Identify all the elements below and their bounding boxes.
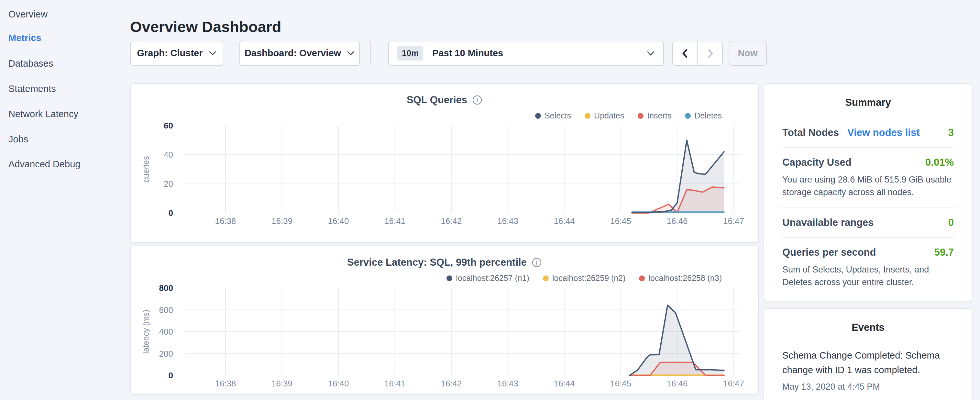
y-axis-title: queries <box>142 156 150 183</box>
chart-title: SQL Queries i <box>131 94 758 106</box>
y-tick-label: 20 <box>164 179 173 189</box>
summary-row-label: Unavailable ranges <box>782 217 874 228</box>
legend-label: localhost:26257 (n1) <box>456 274 529 283</box>
y-tick-label: 0 <box>169 371 173 380</box>
time-range-badge: 10m <box>397 46 423 61</box>
sidebar-item-network-latency[interactable]: Network Latency <box>8 109 78 120</box>
chart-legend: localhost:26257 (n1)localhost:26259 (n2)… <box>447 274 722 283</box>
x-tick-label: 16:45 <box>610 216 631 226</box>
svg-text:i: i <box>476 97 478 104</box>
summary-row-value: 3 <box>948 127 954 139</box>
events-panel: Events Schema Change Completed: Schema c… <box>764 308 972 400</box>
graph-scope-dropdown[interactable]: Graph: Cluster <box>130 41 223 66</box>
summary-heading: Summary <box>764 84 972 108</box>
summary-row-value: 59.7 <box>934 247 954 258</box>
next-timeframe-button[interactable] <box>697 41 722 65</box>
summary-row-description: Sum of Selects, Updates, Inserts, and De… <box>782 263 954 288</box>
x-tick-label: 16:40 <box>328 379 349 388</box>
x-tick-label: 16:43 <box>497 216 518 226</box>
legend-item: Inserts <box>638 111 671 120</box>
x-tick-label: 16:47 <box>723 379 744 388</box>
y-tick-label: 800 <box>159 283 173 293</box>
chevron-right-icon <box>706 48 715 59</box>
y-tick-label: 60 <box>164 121 173 131</box>
sidebar-item-jobs[interactable]: Jobs <box>8 134 28 145</box>
view-nodes-list-link[interactable]: View nodes list <box>847 127 920 139</box>
x-tick-label: 16:41 <box>384 216 406 226</box>
summary-row-total-nodes: Total Nodes View nodes list 3 <box>782 118 954 148</box>
summary-row-value: 0.01% <box>925 157 954 168</box>
sql-queries-chart-card: SQL Queries i SelectsUpdatesInsertsDelet… <box>130 83 759 243</box>
service-latency-chart[interactable]: 16:3816:3916:4016:4116:4216:4316:4416:45… <box>136 282 754 389</box>
page-title: Overview Dashboard <box>130 18 282 36</box>
legend-label: Updates <box>594 111 624 120</box>
x-tick-label: 16:46 <box>667 216 687 226</box>
legend-label: Selects <box>544 111 571 120</box>
event-item[interactable]: Schema Change Completed: Schema change w… <box>782 348 954 392</box>
x-tick-label: 16:43 <box>497 379 518 388</box>
legend-label: Deletes <box>694 111 722 120</box>
x-tick-label: 16:44 <box>554 379 574 388</box>
x-tick-label: 16:39 <box>272 379 293 388</box>
x-tick-label: 16:45 <box>610 379 631 388</box>
dashboard-dropdown-label: Dashboard: Overview <box>245 48 341 59</box>
summary-rows: Total Nodes View nodes list 3 Capacity U… <box>782 118 954 328</box>
dashboard-dropdown[interactable]: Dashboard: Overview <box>239 41 360 66</box>
sidebar-item-statements[interactable]: Statements <box>8 83 56 94</box>
x-tick-label: 16:42 <box>441 379 462 388</box>
chart-title: Service Latency: SQL, 99th percentile i <box>131 257 758 268</box>
chevron-left-icon <box>681 48 690 59</box>
svg-text:i: i <box>536 259 538 266</box>
sidebar-item-databases[interactable]: Databases <box>8 58 53 69</box>
x-tick-label: 16:40 <box>328 216 349 226</box>
now-button[interactable]: Now <box>729 41 767 66</box>
legend-dot-icon <box>585 113 590 119</box>
sidebar-item-metrics[interactable]: Metrics <box>8 33 41 43</box>
summary-row-capacity-used: Capacity Used 0.01% You are using 28.6 M… <box>782 148 954 208</box>
x-tick-label: 16:38 <box>215 216 236 226</box>
summary-panel: Summary Total Nodes View nodes list 3 Ca… <box>764 83 972 301</box>
summary-row-label: Capacity Used <box>782 157 851 168</box>
legend-item: localhost:26257 (n1) <box>447 274 529 283</box>
summary-row-description: You are using 28.6 MiB of 515.9 GiB usab… <box>782 174 954 199</box>
graph-scope-dropdown-label: Graph: Cluster <box>137 48 202 59</box>
chart-title-text: Service Latency: SQL, 99th percentile <box>347 257 527 268</box>
legend-item: Selects <box>535 111 571 120</box>
toolbar-divider <box>370 41 371 65</box>
events-list: Schema Change Completed: Schema change w… <box>782 348 954 392</box>
y-tick-label: 40 <box>164 150 173 159</box>
y-tick-label: 0 <box>169 208 173 218</box>
summary-row-unavailable-ranges: Unavailable ranges 0 <box>782 208 954 238</box>
legend-dot-icon <box>535 113 541 119</box>
legend-item: localhost:26258 (n3) <box>639 274 722 283</box>
sql-queries-chart[interactable]: 16:3816:3916:4016:4116:4216:4316:4416:45… <box>136 120 754 227</box>
x-tick-label: 16:46 <box>667 379 687 388</box>
service-latency-chart-card: Service Latency: SQL, 99th percentile i … <box>130 245 759 394</box>
previous-timeframe-button[interactable] <box>673 41 697 65</box>
legend-item: Deletes <box>685 111 722 120</box>
events-heading: Events <box>764 309 972 333</box>
event-timestamp: May 13, 2020 at 4:45 PM <box>782 382 954 392</box>
legend-label: localhost:26258 (n3) <box>648 274 722 283</box>
y-axis-title: latency (ms) <box>142 310 150 354</box>
x-tick-label: 16:38 <box>215 379 236 388</box>
sidebar-item-overview[interactable]: Overview <box>8 9 48 20</box>
legend-dot-icon <box>638 113 644 119</box>
time-range-selector[interactable]: 10m Past 10 Minutes <box>388 41 664 66</box>
y-tick-label: 400 <box>159 327 173 336</box>
legend-item: Updates <box>585 111 624 120</box>
info-icon[interactable]: i <box>532 258 542 267</box>
legend-dot-icon <box>447 276 452 281</box>
chevron-down-icon <box>347 51 355 56</box>
summary-row-label: Total Nodes <box>782 127 839 139</box>
sidebar-item-advanced-debug[interactable]: Advanced Debug <box>8 159 81 170</box>
x-tick-label: 16:42 <box>441 216 462 226</box>
summary-row-value: 0 <box>948 217 954 228</box>
x-tick-label: 16:47 <box>723 216 744 226</box>
chart-title-text: SQL Queries <box>407 94 467 106</box>
sidebar: Overview Metrics Databases Statements Ne… <box>0 0 129 400</box>
time-range-label: Past 10 Minutes <box>432 48 646 59</box>
legend-label: localhost:26259 (n2) <box>552 274 626 283</box>
chevron-down-icon <box>646 51 655 56</box>
info-icon[interactable]: i <box>473 95 482 105</box>
